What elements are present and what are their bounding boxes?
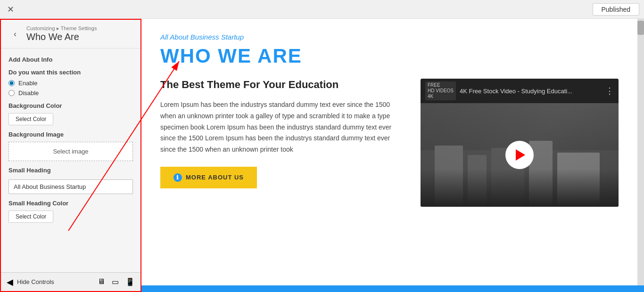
page-title: Who We Are	[26, 32, 97, 42]
video-title: 4K Free Stock Video - Studying Educati..…	[460, 88, 572, 95]
bg-image-label: Background Image	[8, 131, 133, 138]
play-circle	[505, 141, 534, 169]
enable-radio-input[interactable]	[8, 80, 15, 86]
small-heading-color-button[interactable]: Select Color	[8, 211, 53, 223]
section-label: Add About Info	[8, 56, 133, 63]
badge-line1: FREE	[428, 82, 454, 88]
content-body: The Best Theme For Your Education Lorem …	[160, 79, 619, 207]
badge-line2: HD VIDEOS	[428, 88, 454, 94]
scrollbar-track[interactable]	[637, 19, 644, 292]
breadcrumb: Customizing ▸ Theme Settings	[26, 25, 97, 32]
disable-label: Disable	[18, 89, 39, 97]
video-top-left: FREE HD VIDEOS 4K 4K Free Stock Video - …	[425, 81, 572, 100]
enable-radio[interactable]: Enable	[8, 80, 133, 87]
disable-radio[interactable]: Disable	[8, 89, 133, 97]
sidebar-header: ‹ Customizing ▸ Theme Settings Who We Ar…	[1, 20, 140, 49]
video-thumbnail[interactable]	[421, 103, 619, 207]
play-triangle	[516, 149, 525, 161]
hide-controls-label[interactable]: Hide Controls	[17, 278, 54, 285]
back-button[interactable]: ‹	[8, 27, 22, 41]
content-text: Lorem Ipsum has been the industrys stand…	[160, 99, 406, 155]
sidebar: ‹ Customizing ▸ Theme Settings Who We Ar…	[0, 19, 141, 292]
small-heading-color-label: Small Heading Color	[8, 200, 133, 207]
play-button[interactable]	[505, 141, 534, 169]
desktop-icon[interactable]: 🖥	[98, 277, 105, 286]
more-about-us-button[interactable]: ℹ MORE ABOUT US	[160, 167, 257, 188]
badge-line3: 4K	[428, 94, 454, 99]
section-toggle: Enable Disable	[8, 80, 133, 97]
video-books-decor	[421, 169, 619, 207]
left-arrow-icon[interactable]: ◀	[7, 277, 13, 287]
published-button[interactable]: Published	[593, 3, 640, 16]
video-top-bar: FREE HD VIDEOS 4K 4K Free Stock Video - …	[421, 79, 619, 103]
small-heading-input[interactable]	[8, 179, 133, 194]
blue-bottom-strip	[141, 285, 644, 292]
small-heading-label: Small Heading	[8, 167, 133, 174]
top-bar: ✕ Published	[0, 0, 644, 19]
tablet-icon[interactable]: ▭	[112, 277, 119, 286]
info-icon: ℹ	[173, 173, 182, 182]
mobile-icon[interactable]: 📱	[125, 277, 135, 286]
content-main-heading: WHO WE ARE	[160, 45, 619, 67]
content-left: The Best Theme For Your Education Lorem …	[160, 79, 406, 188]
bottom-bar: ◀ Hide Controls 🖥 ▭ 📱	[1, 272, 140, 291]
bg-color-button[interactable]: Select Color	[8, 113, 53, 125]
content-area: All About Business Startup WHO WE ARE Th…	[141, 19, 637, 292]
content-subtitle: The Best Theme For Your Education	[160, 79, 406, 91]
video-more-icon[interactable]: ⋮	[605, 86, 614, 96]
enable-label: Enable	[18, 80, 37, 87]
content-small-heading: All About Business Startup	[160, 33, 619, 41]
disable-radio-input[interactable]	[8, 90, 15, 96]
bg-color-label: Background Color	[8, 102, 133, 109]
do-you-want-label: Do you want this section	[8, 69, 133, 76]
sidebar-content: Add About Info Do you want this section …	[1, 49, 140, 291]
video-badge: FREE HD VIDEOS 4K	[425, 81, 456, 100]
video-panel: FREE HD VIDEOS 4K 4K Free Stock Video - …	[421, 79, 619, 207]
more-btn-label: MORE ABOUT US	[186, 174, 244, 181]
close-icon[interactable]: ✕	[5, 4, 16, 15]
scrollbar-thumb[interactable]	[637, 21, 644, 35]
image-select-box[interactable]: Select image	[8, 142, 133, 161]
